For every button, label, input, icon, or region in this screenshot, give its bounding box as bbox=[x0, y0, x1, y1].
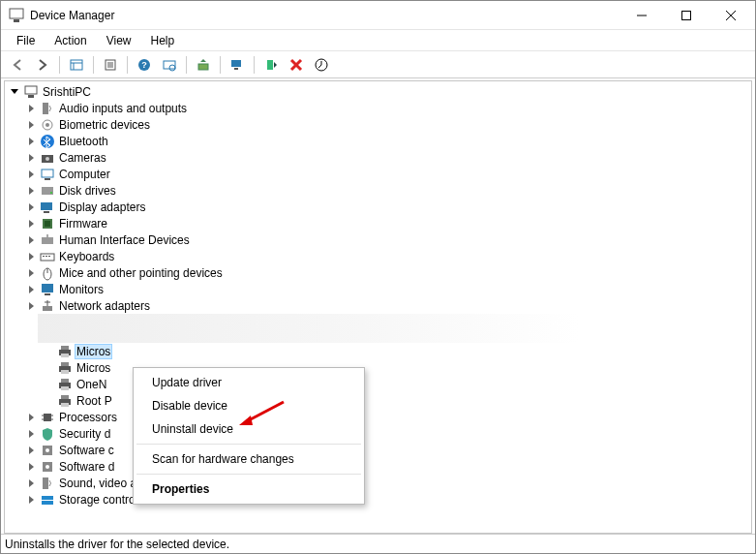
svg-rect-49 bbox=[45, 293, 50, 295]
svg-rect-65 bbox=[44, 414, 51, 421]
node-label: Display adapters bbox=[57, 200, 147, 214]
expand-icon[interactable] bbox=[24, 118, 38, 132]
tree-category[interactable]: Security d bbox=[7, 425, 749, 442]
minimize-button[interactable] bbox=[620, 2, 664, 29]
menu-action[interactable]: Action bbox=[45, 32, 96, 49]
close-button[interactable] bbox=[709, 2, 753, 29]
separator bbox=[136, 444, 361, 445]
expand-icon[interactable] bbox=[24, 217, 38, 231]
expand-icon[interactable] bbox=[24, 427, 38, 441]
back-button[interactable] bbox=[7, 54, 28, 76]
expand-icon[interactable] bbox=[24, 266, 38, 280]
svg-marker-78 bbox=[239, 416, 253, 425]
tree-category[interactable]: Biometric devices bbox=[7, 116, 749, 133]
disable-device-button[interactable] bbox=[311, 54, 332, 76]
expand-icon[interactable] bbox=[24, 444, 38, 457]
expand-icon[interactable] bbox=[24, 460, 38, 474]
expand-icon[interactable] bbox=[24, 184, 38, 198]
svg-rect-60 bbox=[61, 379, 69, 383]
menu-item-scan-hardware[interactable]: Scan for hardware changes bbox=[135, 447, 363, 471]
uninstall-device-button[interactable] bbox=[286, 54, 307, 76]
svg-rect-33 bbox=[45, 178, 50, 180]
tree-item[interactable]: OneN bbox=[7, 376, 749, 392]
svg-point-73 bbox=[45, 465, 49, 469]
menu-file[interactable]: File bbox=[7, 32, 45, 49]
tree-item[interactable]: Micros bbox=[7, 343, 749, 359]
scan-hardware-button[interactable] bbox=[159, 54, 180, 76]
node-label: Keyboards bbox=[57, 250, 116, 263]
expand-icon[interactable] bbox=[24, 250, 38, 263]
separator bbox=[136, 474, 361, 475]
tree-category[interactable]: Display adapters bbox=[7, 199, 749, 215]
enable-device-button[interactable] bbox=[260, 54, 282, 76]
node-label: Software c bbox=[57, 444, 116, 457]
tree-category[interactable]: Keyboards bbox=[7, 248, 749, 264]
tree-category[interactable]: Bluetooth bbox=[7, 133, 749, 149]
expand-icon[interactable] bbox=[24, 151, 38, 165]
menu-view[interactable]: View bbox=[97, 32, 141, 49]
node-label: Processors bbox=[57, 411, 119, 424]
svg-rect-40 bbox=[42, 237, 53, 244]
expand-icon[interactable] bbox=[24, 411, 38, 424]
tree-item[interactable]: Micros bbox=[7, 359, 749, 376]
expand-icon[interactable] bbox=[24, 283, 38, 296]
node-label: Computer bbox=[57, 168, 112, 181]
firmware-icon bbox=[40, 216, 55, 231]
tree-category[interactable]: Network adapters bbox=[7, 297, 749, 314]
help-button[interactable]: ? bbox=[134, 54, 155, 76]
svg-rect-50 bbox=[43, 306, 52, 311]
tree-category[interactable]: Mice and other pointing devices bbox=[7, 264, 749, 281]
node-label: Biometric devices bbox=[57, 118, 152, 132]
node-label: Cameras bbox=[57, 151, 108, 165]
node-label: Network adapters bbox=[57, 299, 152, 313]
expand-icon[interactable] bbox=[24, 477, 38, 490]
update-driver-button[interactable] bbox=[193, 54, 214, 76]
expand-icon[interactable] bbox=[24, 168, 38, 181]
menu-item-update-driver[interactable]: Update driver bbox=[135, 371, 363, 394]
svg-rect-36 bbox=[41, 202, 52, 210]
svg-point-71 bbox=[45, 448, 49, 452]
menu-item-properties[interactable]: Properties bbox=[135, 477, 363, 501]
tree-category[interactable]: Audio inputs and outputs bbox=[7, 100, 749, 116]
expand-icon[interactable] bbox=[24, 102, 38, 115]
tree-category[interactable]: Software c bbox=[7, 442, 749, 458]
device-tree-area[interactable]: SrishtiPC Audio inputs and outputsBiomet… bbox=[4, 80, 752, 534]
separator bbox=[186, 56, 187, 74]
show-hide-console-button[interactable] bbox=[66, 54, 87, 76]
tree-category[interactable]: Storage controllers bbox=[7, 491, 749, 508]
tree-category[interactable]: Cameras bbox=[7, 149, 749, 166]
node-label: Micros bbox=[75, 344, 112, 359]
tree-category[interactable]: Disk drives bbox=[7, 182, 749, 199]
expand-icon[interactable] bbox=[8, 85, 21, 99]
svg-rect-75 bbox=[42, 496, 53, 500]
expand-icon[interactable] bbox=[24, 135, 38, 148]
expand-icon[interactable] bbox=[24, 233, 38, 247]
node-label: Firmware bbox=[57, 217, 109, 231]
svg-rect-55 bbox=[61, 354, 69, 357]
monitors-icon bbox=[40, 282, 55, 297]
svg-rect-18 bbox=[231, 60, 241, 67]
tree-item[interactable]: Root P bbox=[7, 392, 749, 409]
forward-button[interactable] bbox=[32, 54, 53, 76]
tree-category[interactable]: Computer bbox=[7, 166, 749, 182]
tree-category[interactable]: Monitors bbox=[7, 281, 749, 297]
svg-rect-37 bbox=[44, 211, 49, 213]
expand-icon[interactable] bbox=[24, 299, 38, 313]
expand-icon[interactable] bbox=[24, 200, 38, 214]
remote-computer-button[interactable] bbox=[227, 54, 248, 76]
tree-category[interactable]: Processors bbox=[7, 409, 749, 425]
device-tree: SrishtiPC Audio inputs and outputsBiomet… bbox=[5, 81, 751, 509]
tree-category[interactable]: Software d bbox=[7, 458, 749, 475]
sound-video-and-game-controllers-icon bbox=[40, 476, 55, 491]
tree-root[interactable]: SrishtiPC bbox=[7, 83, 749, 100]
separator bbox=[59, 56, 60, 74]
svg-rect-43 bbox=[43, 256, 45, 257]
printer-icon bbox=[57, 360, 73, 376]
tree-category[interactable]: Human Interface Devices bbox=[7, 231, 749, 248]
tree-category[interactable]: Firmware bbox=[7, 215, 749, 231]
maximize-button[interactable] bbox=[664, 2, 709, 29]
tree-category[interactable]: Sound, video and game controllers bbox=[7, 475, 749, 491]
menu-help[interactable]: Help bbox=[141, 32, 185, 49]
expand-icon[interactable] bbox=[24, 493, 38, 507]
properties-button[interactable] bbox=[100, 54, 121, 76]
